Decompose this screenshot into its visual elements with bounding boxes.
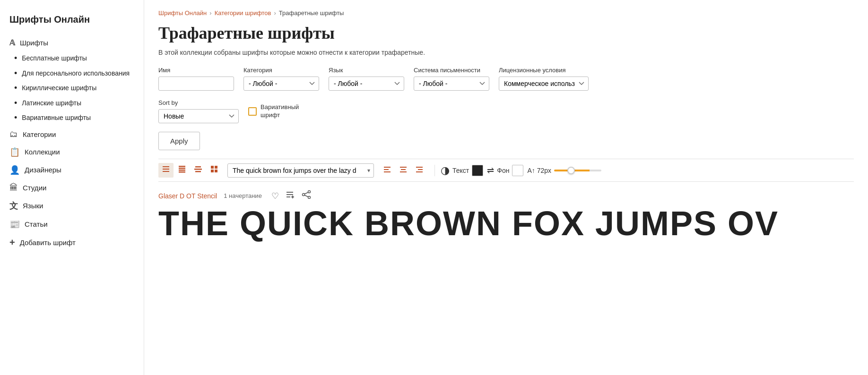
preview-text-wrap: ▾ xyxy=(227,163,374,178)
sidebar-item-collections[interactable]: 📋 Коллекции xyxy=(0,143,144,161)
variable-font-label: Вариативный шрифт xyxy=(260,103,312,119)
view-list-btn[interactable] xyxy=(158,163,174,178)
bg-color-swatch[interactable] xyxy=(512,165,523,176)
filter-name-group: Имя xyxy=(158,67,234,91)
filter-category-select[interactable]: - Любой - Декоративные Рукописные Моноши… xyxy=(243,77,319,91)
align-buttons xyxy=(380,163,427,178)
center-icon xyxy=(194,165,202,173)
articles-icon: 📰 xyxy=(9,219,20,230)
font-size-control: A↑ 72px xyxy=(527,167,601,174)
svg-rect-9 xyxy=(195,171,201,172)
main-content: Шрифты Онлайн › Категории шрифтов › Траф… xyxy=(144,0,868,375)
sidebar-item-latin[interactable]: • Латинские шрифты xyxy=(0,96,144,111)
sidebar-item-cyrillic[interactable]: • Кириллические шрифты xyxy=(0,81,144,96)
filter-script-label: Система письменности xyxy=(414,67,489,74)
bg-label: Фон xyxy=(497,167,509,174)
fonts-icon: 𝔸 xyxy=(9,38,15,47)
svg-rect-4 xyxy=(179,168,185,169)
sidebar: Шрифты Онлайн 𝔸 Шрифты • Бесплатные шриф… xyxy=(0,0,144,375)
page-description: В этой коллекции собраны шрифты которые … xyxy=(158,49,854,56)
font-preview: THE QUICK BROWN FOX JUMPS OV xyxy=(158,205,854,242)
view-buttons xyxy=(158,163,222,178)
bullet-icon: • xyxy=(14,84,17,92)
sidebar-item-languages[interactable]: 文 Языки xyxy=(0,196,144,215)
filter-category-label: Категория xyxy=(243,67,319,74)
swap-icon[interactable]: ⇌ xyxy=(487,165,494,176)
filter-language-select[interactable]: - Любой - Латинские Кириллические xyxy=(329,77,404,91)
sort-select[interactable]: Новые Популярные Алфавитный xyxy=(158,109,239,123)
languages-icon: 文 xyxy=(9,200,18,212)
filter-script-select[interactable]: - Любой - Латиница Кириллица xyxy=(414,77,489,91)
size-label: A↑ 72px xyxy=(527,167,551,174)
font-size-slider[interactable] xyxy=(554,170,601,171)
designers-icon: 👤 xyxy=(9,165,20,175)
view-compact-btn[interactable] xyxy=(174,163,190,178)
svg-rect-7 xyxy=(195,166,201,168)
font-name-link[interactable]: Glaser D OT Stencil xyxy=(158,192,217,200)
apply-button[interactable]: Apply xyxy=(158,132,200,150)
font-like-button[interactable]: ♡ xyxy=(270,190,280,202)
filter-language-group: Язык - Любой - Латинские Кириллические xyxy=(329,67,404,91)
svg-line-31 xyxy=(304,192,308,194)
list-icon xyxy=(162,165,170,173)
view-center-btn[interactable] xyxy=(191,163,206,178)
svg-rect-20 xyxy=(416,167,423,168)
sidebar-item-add-font[interactable]: + Добавить шрифт xyxy=(0,233,144,252)
filter-name-label: Имя xyxy=(158,67,234,74)
text-label: Текст xyxy=(452,167,469,174)
font-card-header: Glaser D OT Stencil 1 начертание ♡ xyxy=(158,189,854,202)
view-grid-btn[interactable] xyxy=(207,163,222,178)
filter-name-input[interactable] xyxy=(158,77,234,91)
font-card: Glaser D OT Stencil 1 начертание ♡ xyxy=(158,189,854,242)
align-left-icon xyxy=(383,165,391,174)
bullet-icon: • xyxy=(14,99,17,107)
text-color-swatch[interactable] xyxy=(472,165,483,176)
contrast-icon[interactable]: ◑ xyxy=(441,164,450,177)
svg-rect-13 xyxy=(215,170,217,172)
svg-point-30 xyxy=(302,194,304,196)
sidebar-item-free-fonts[interactable]: • Бесплатные шрифты xyxy=(0,51,144,66)
align-left-btn[interactable] xyxy=(380,163,395,178)
svg-rect-1 xyxy=(163,169,169,170)
sidebar-item-personal-use[interactable]: • Для персонального использования xyxy=(0,66,144,81)
breadcrumb-categories[interactable]: Категории шрифтов xyxy=(215,9,271,17)
align-center-btn[interactable] xyxy=(396,163,411,178)
add-collection-icon xyxy=(286,190,295,199)
svg-rect-10 xyxy=(211,166,214,169)
filter-license-label: Лицензионные условия xyxy=(499,67,589,74)
svg-point-28 xyxy=(308,191,310,193)
sort-row: Sort by Новые Популярные Алфавитный Вари… xyxy=(158,99,854,123)
collections-icon: 📋 xyxy=(9,147,20,157)
sidebar-item-categories[interactable]: 🗂 Категории xyxy=(0,126,144,143)
sidebar-item-studios[interactable]: 🏛 Студии xyxy=(0,179,144,196)
svg-rect-17 xyxy=(400,167,407,168)
sidebar-item-variable[interactable]: • Вариативные шрифты xyxy=(0,111,144,126)
svg-rect-8 xyxy=(194,169,202,170)
filter-category-group: Категория - Любой - Декоративные Рукопис… xyxy=(243,67,319,91)
font-add-collection-button[interactable] xyxy=(285,189,296,202)
compact-icon xyxy=(178,165,186,173)
sidebar-item-designers[interactable]: 👤 Дизайнеры xyxy=(0,161,144,179)
svg-rect-22 xyxy=(416,171,423,172)
svg-rect-19 xyxy=(400,171,407,172)
font-styles-count: 1 начертание xyxy=(224,192,262,199)
svg-rect-5 xyxy=(179,170,185,171)
align-right-icon xyxy=(415,165,424,174)
share-icon xyxy=(302,190,311,199)
filter-license-select[interactable]: Коммерческое использование Бесплатные От… xyxy=(499,77,589,91)
preview-text-input[interactable] xyxy=(227,163,374,178)
sidebar-item-fonts[interactable]: 𝔸 Шрифты xyxy=(0,34,144,51)
breadcrumb-home[interactable]: Шрифты Онлайн xyxy=(158,9,207,17)
categories-icon: 🗂 xyxy=(9,129,18,139)
variable-font-checkbox[interactable] xyxy=(248,107,257,116)
font-share-button[interactable] xyxy=(301,189,312,202)
svg-rect-3 xyxy=(179,166,185,167)
sort-label: Sort by xyxy=(158,99,239,106)
align-center-icon xyxy=(399,165,408,174)
text-color-control: ◑ Текст xyxy=(441,164,483,177)
breadcrumb-current: Трафаретные шрифты xyxy=(279,9,344,17)
svg-rect-0 xyxy=(163,166,169,167)
sidebar-item-articles[interactable]: 📰 Статьи xyxy=(0,215,144,233)
align-right-btn[interactable] xyxy=(412,163,427,178)
filter-script-group: Система письменности - Любой - Латиница … xyxy=(414,67,489,91)
